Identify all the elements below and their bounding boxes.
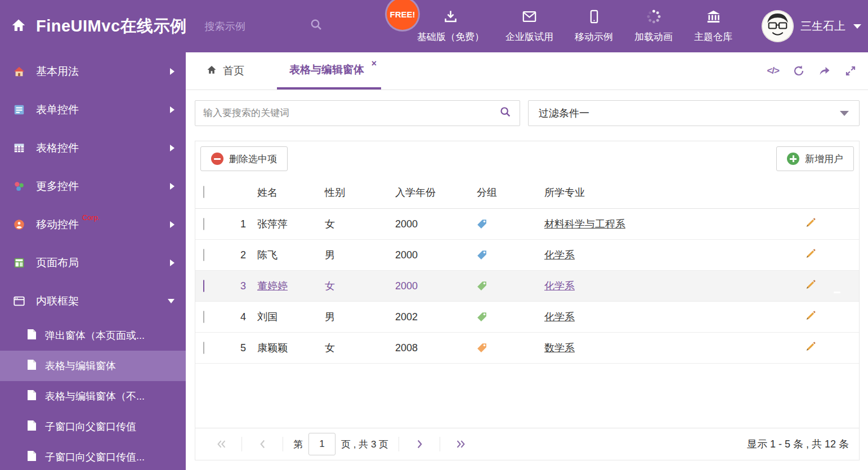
major-link[interactable]: 化学系 — [544, 249, 575, 261]
sidebar-item-label: 基本用法 — [36, 64, 79, 79]
page-suffix-label: 页 , 共 3 页 — [341, 438, 388, 451]
prev-page-button[interactable] — [247, 428, 278, 460]
cell-gender: 女 — [325, 341, 395, 355]
expand-icon[interactable] — [844, 65, 857, 77]
major-link[interactable]: 数学系 — [544, 342, 575, 353]
first-page-button[interactable] — [205, 428, 237, 460]
table-row: 5 康颖颖 女 2008 数学系 — [195, 333, 859, 364]
cell-name: 张萍萍 — [257, 217, 325, 231]
column-header-year[interactable]: 入学年份 — [395, 186, 477, 199]
row-checkbox[interactable] — [203, 342, 204, 354]
page-number-input[interactable] — [308, 433, 335, 455]
chevron-right-icon — [170, 183, 175, 190]
major-link[interactable]: 化学系 — [544, 311, 575, 323]
main-content: 首页 表格与编辑窗体 × </> — [186, 52, 868, 470]
file-icon — [27, 390, 37, 404]
sidebar-subitem-label: 弹出窗体（本页面或... — [45, 329, 145, 342]
home-icon — [206, 64, 217, 78]
major-link[interactable]: 材料科学与工程系 — [544, 218, 625, 230]
sidebar-item-mobile-controls[interactable]: 移动控件 Corp. — [0, 205, 186, 244]
sidebar-subitem-popup-window[interactable]: 弹出窗体（本页面或... — [0, 320, 186, 351]
frame-icon — [12, 295, 26, 307]
user-menu[interactable]: 三生石上 — [762, 0, 861, 52]
cell-name: 刘国 — [257, 310, 325, 324]
table-header-row: 姓名 性别 入学年份 分组 所学专业 — [195, 176, 859, 209]
keyword-search-input[interactable] — [203, 108, 499, 119]
avatar — [762, 10, 794, 42]
sidebar-item-basic-usage[interactable]: 基本用法 — [0, 52, 186, 91]
tag-icon — [477, 219, 544, 229]
sidebar-item-inline-frame[interactable]: 内联框架 — [0, 282, 186, 320]
tab-grid-edit-window[interactable]: 表格与编辑窗体 × — [277, 52, 381, 89]
next-page-button[interactable] — [404, 428, 435, 460]
nav-loading-animation[interactable]: 加载动画 — [624, 9, 683, 43]
page-prefix-label: 第 — [293, 438, 303, 451]
filter-dropdown-value: 过滤条件一 — [539, 106, 589, 120]
file-icon — [27, 420, 37, 434]
sidebar-subitem-grid-edit-window-2[interactable]: 表格与编辑窗体（不... — [0, 381, 186, 411]
sidebar-subitem-child-to-parent[interactable]: 子窗口向父窗口传值 — [0, 411, 186, 442]
filter-dropdown[interactable]: 过滤条件一 — [528, 100, 860, 126]
close-icon[interactable]: × — [372, 59, 377, 68]
filter-row: 过滤条件一 — [186, 90, 868, 126]
row-number: 2 — [229, 249, 257, 261]
share-icon[interactable] — [818, 65, 831, 77]
chevron-down-icon — [853, 24, 861, 29]
major-link[interactable]: 化学系 — [544, 280, 575, 292]
code-icon[interactable]: </> — [767, 65, 779, 77]
top-header: FineUIMvc在线示例 搜索示例 FREE! 基础版（免费） 企业版试用 移… — [0, 0, 868, 52]
sidebar-item-table-controls[interactable]: 表格控件 — [0, 129, 186, 167]
edit-pencil-icon[interactable] — [805, 341, 816, 355]
tab-label: 首页 — [223, 64, 244, 78]
table-row: 1 张萍萍 女 2000 材料科学与工程系 — [195, 209, 859, 240]
tab-home[interactable]: 首页 — [195, 52, 256, 89]
select-all-checkbox[interactable] — [203, 186, 204, 198]
nav-label: 加载动画 — [634, 30, 673, 43]
row-checkbox[interactable] — [203, 280, 204, 292]
corp-badge: Corp. — [82, 213, 100, 222]
cell-year: 2002 — [395, 311, 477, 323]
form-icon — [12, 104, 26, 116]
row-checkbox[interactable] — [203, 311, 204, 323]
table-icon — [12, 142, 26, 154]
table-row: 2 陈飞 男 2000 化学系 — [195, 240, 859, 271]
nav-basic-free[interactable]: 基础版（免费） — [406, 9, 495, 43]
nav-mobile-demo[interactable]: 移动示例 — [564, 9, 624, 43]
sidebar-subitem-child-to-parent-2[interactable]: 子窗口向父窗口传值... — [0, 442, 186, 470]
column-header-group[interactable]: 分组 — [477, 186, 544, 199]
cell-name[interactable]: 董婷婷 — [257, 279, 325, 293]
header-search-input[interactable]: 搜索示例 — [205, 18, 323, 34]
mobile-controls-icon — [12, 218, 26, 231]
nav-theme-repo[interactable]: 主题仓库 — [683, 9, 743, 43]
edit-pencil-icon[interactable] — [805, 248, 816, 262]
column-header-major[interactable]: 所学专业 — [544, 186, 797, 199]
minus-circle-icon — [211, 153, 223, 165]
row-checkbox[interactable] — [203, 249, 204, 261]
search-icon[interactable] — [499, 106, 512, 120]
sidebar-subitem-label: 表格与编辑窗体 — [45, 359, 116, 373]
column-header-name[interactable]: 姓名 — [257, 186, 325, 199]
last-page-button[interactable] — [445, 428, 476, 460]
add-user-button[interactable]: 新增用户 — [776, 146, 854, 171]
delete-selected-button[interactable]: 删除选中项 — [200, 146, 288, 171]
row-number: 1 — [229, 218, 257, 230]
file-icon — [27, 329, 37, 343]
nav-enterprise-trial[interactable]: 企业版试用 — [495, 9, 564, 43]
cell-year: 2000 — [395, 218, 477, 230]
app-brand[interactable]: FineUIMvc在线示例 — [0, 15, 187, 38]
sidebar-item-form-controls[interactable]: 表单控件 — [0, 91, 186, 129]
sidebar-item-page-layout[interactable]: 页面布局 — [0, 244, 186, 282]
edit-pencil-icon[interactable] — [805, 217, 816, 231]
refresh-icon[interactable] — [793, 65, 805, 77]
cell-gender: 男 — [325, 248, 395, 262]
row-checkbox[interactable] — [203, 218, 204, 230]
sidebar-subitem-grid-edit-window[interactable]: 表格与编辑窗体 — [0, 351, 186, 381]
house-icon — [12, 65, 26, 78]
sidebar-item-more-controls[interactable]: 更多控件 — [0, 167, 186, 205]
tab-label: 表格与编辑窗体 — [289, 62, 364, 77]
edit-pencil-icon[interactable] — [805, 310, 816, 324]
cell-name: 康颖颖 — [257, 341, 325, 355]
cell-year: 2008 — [395, 342, 477, 354]
edit-pencil-icon[interactable] — [805, 279, 816, 293]
column-header-gender[interactable]: 性别 — [325, 186, 395, 199]
